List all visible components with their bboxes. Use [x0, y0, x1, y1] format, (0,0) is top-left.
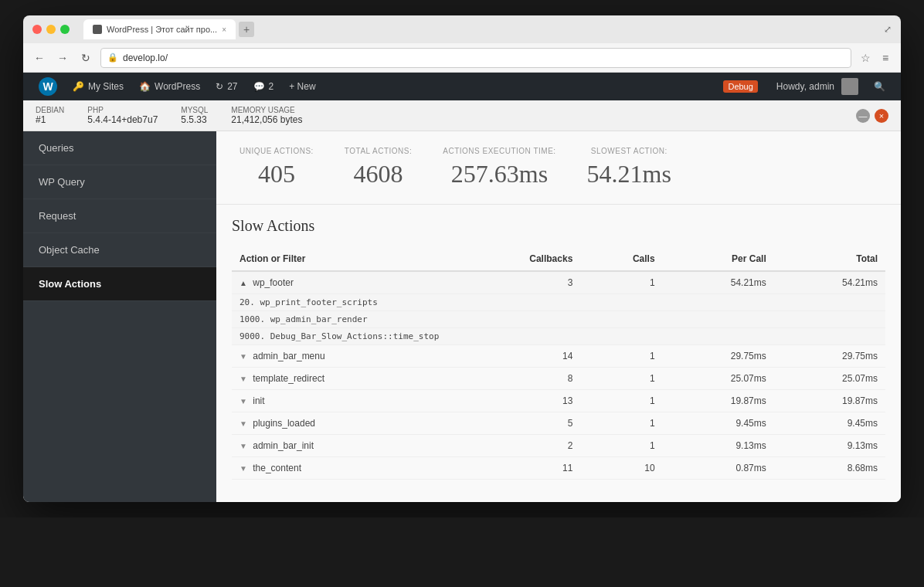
expand-arrow-icon[interactable]: ▼: [239, 419, 247, 428]
action-cell: ▼ admin_bar_menu: [232, 345, 452, 368]
sidebar: Queries WP Query Request Object Cache Sl…: [23, 131, 216, 502]
expand-arrow-icon[interactable]: ▼: [239, 397, 247, 405]
table-row[interactable]: ▼ template_redirect 8 1 25.07ms 25.07ms: [232, 368, 885, 390]
sidebar-item-slow-actions-label: Slow Actions: [39, 278, 101, 290]
callbacks-cell: 3: [452, 271, 580, 294]
tab-title: WordPress | Этот сайт про...: [107, 25, 217, 34]
updates-item[interactable]: ↻ 27: [208, 73, 245, 100]
memory-value: 21,412,056 bytes: [231, 114, 302, 125]
total-header: Total: [774, 247, 885, 271]
tab-favicon: [93, 25, 102, 34]
minimize-info-button[interactable]: —: [856, 109, 870, 123]
table-row[interactable]: ▼ init 13 1 19.87ms 19.87ms: [232, 390, 885, 412]
search-item[interactable]: 🔍: [866, 73, 893, 100]
hostname-value: #1: [36, 114, 64, 125]
new-tab-button[interactable]: +: [239, 22, 254, 37]
slowest-action-stat: SLOWEST ACTION: 54.21ms: [587, 147, 671, 188]
sidebar-item-queries[interactable]: Queries: [23, 131, 216, 165]
admin-bar-right: Debug Howdy, admin 🔍: [715, 73, 893, 100]
content-section: Slow Actions Action or Filter Callbacks …: [216, 205, 901, 492]
menu-icon[interactable]: ≡: [878, 50, 893, 66]
per-call-cell: 19.87ms: [663, 390, 774, 412]
minimize-button[interactable]: [46, 25, 56, 34]
callbacks-cell: 13: [452, 390, 580, 412]
sub-item-row: 20. wp_print_footer_scripts: [232, 294, 885, 311]
per-call-cell: 25.07ms: [663, 368, 774, 390]
table-row[interactable]: ▲ wp_footer 3 1 54.21ms 54.21ms: [232, 271, 885, 294]
calls-cell: 1: [580, 435, 662, 457]
expand-arrow-icon[interactable]: ▼: [239, 464, 247, 473]
comments-item[interactable]: 💬 2: [246, 73, 282, 100]
close-button[interactable]: [32, 25, 42, 34]
total-actions-label: TOTAL ACTIONS:: [345, 147, 412, 155]
action-name: init: [253, 395, 264, 406]
wp-logo: W: [39, 77, 57, 96]
content-area: UNIQUE ACTIONS: 405 TOTAL ACTIONS: 4608 …: [216, 131, 901, 502]
execution-time-label: ACTIONS EXECUTION TIME:: [443, 147, 555, 155]
maximize-button[interactable]: [60, 25, 70, 34]
star-icon[interactable]: ☆: [858, 50, 873, 66]
sidebar-item-slow-actions[interactable]: Slow Actions: [23, 267, 216, 301]
expand-arrow-icon[interactable]: ▼: [239, 442, 247, 450]
stats-bar: UNIQUE ACTIONS: 405 TOTAL ACTIONS: 4608 …: [216, 131, 901, 205]
key-icon: 🔑: [73, 81, 84, 92]
action-header: Action or Filter: [232, 247, 452, 271]
php-value: 5.4.4-14+deb7u7: [87, 114, 158, 125]
calls-cell: 10: [580, 457, 662, 480]
sub-item-row: 1000. wp_admin_bar_render: [232, 311, 885, 328]
expand-arrow-icon[interactable]: ▼: [239, 352, 247, 361]
sidebar-item-wp-query-label: WP Query: [39, 176, 85, 188]
my-sites-item[interactable]: 🔑 My Sites: [65, 73, 131, 100]
forward-button[interactable]: →: [54, 49, 71, 66]
wordpress-item[interactable]: 🏠 WordPress: [131, 73, 208, 100]
table-row[interactable]: ▼ the_content 11 10 0.87ms 8.68ms: [232, 457, 885, 480]
per-call-cell: 29.75ms: [663, 345, 774, 368]
expand-arrow-icon[interactable]: ▲: [239, 279, 247, 287]
hostname-info: debian #1: [36, 106, 64, 125]
sidebar-item-queries-label: Queries: [39, 142, 74, 154]
howdy-item[interactable]: Howdy, admin: [769, 73, 866, 100]
callbacks-cell: 2: [452, 435, 580, 457]
hostname-label: debian: [36, 106, 64, 114]
sidebar-item-object-cache[interactable]: Object Cache: [23, 233, 216, 267]
per-call-cell: 0.87ms: [663, 457, 774, 480]
action-cell: ▼ admin_bar_init: [232, 435, 452, 457]
address-bar: 🔒 develop.lo/: [100, 48, 851, 68]
wp-logo-item[interactable]: W: [31, 73, 65, 100]
user-avatar: [841, 78, 858, 95]
sub-item-cell: 9000. Debug_Bar_Slow_Actions::time_stop: [232, 328, 885, 345]
callbacks-cell: 8: [452, 368, 580, 390]
callbacks-cell: 5: [452, 412, 580, 435]
total-cell: 8.68ms: [774, 457, 885, 480]
total-actions-stat: TOTAL ACTIONS: 4608: [345, 147, 412, 188]
action-cell: ▼ the_content: [232, 457, 452, 480]
comments-count: 2: [269, 81, 274, 92]
sidebar-item-wp-query[interactable]: WP Query: [23, 165, 216, 199]
close-info-button[interactable]: ×: [875, 109, 888, 123]
total-actions-value: 4608: [345, 160, 412, 188]
table-row[interactable]: ▼ admin_bar_init 2 1 9.13ms 9.13ms: [232, 435, 885, 457]
sidebar-item-request[interactable]: Request: [23, 199, 216, 233]
tab-close-icon[interactable]: ×: [222, 25, 226, 34]
action-name: template_redirect: [253, 373, 324, 384]
refresh-button[interactable]: ↻: [77, 49, 94, 66]
table-row[interactable]: ▼ plugins_loaded 5 1 9.45ms 9.45ms: [232, 412, 885, 435]
sidebar-item-object-cache-label: Object Cache: [39, 244, 100, 256]
traffic-lights: [32, 25, 70, 34]
calls-cell: 1: [580, 368, 662, 390]
expand-icon[interactable]: ⤢: [884, 24, 892, 35]
per-call-cell: 54.21ms: [663, 271, 774, 294]
debug-item[interactable]: Debug: [715, 73, 768, 100]
browser-tab[interactable]: WordPress | Этот сайт про... ×: [83, 19, 236, 39]
execution-time-stat: ACTIONS EXECUTION TIME: 257.63ms: [443, 147, 555, 188]
calls-cell: 1: [580, 271, 662, 294]
back-button[interactable]: ←: [31, 49, 48, 66]
debug-badge: Debug: [723, 80, 757, 93]
expand-arrow-icon[interactable]: ▼: [239, 375, 247, 383]
table-row[interactable]: ▼ admin_bar_menu 14 1 29.75ms 29.75ms: [232, 345, 885, 368]
memory-info: Memory Usage 21,412,056 bytes: [231, 106, 302, 125]
per-call-cell: 9.13ms: [663, 435, 774, 457]
action-name: the_content: [253, 463, 301, 473]
new-item[interactable]: + New: [281, 73, 323, 100]
url-text[interactable]: develop.lo/: [123, 53, 168, 63]
